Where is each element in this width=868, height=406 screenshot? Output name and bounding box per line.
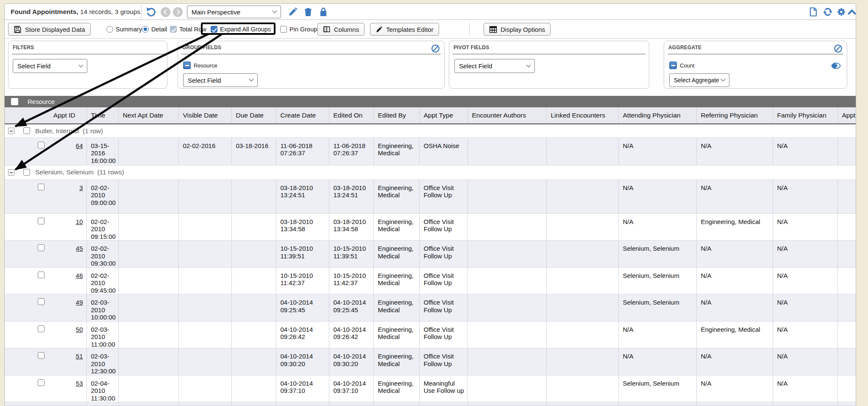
appt-id-link[interactable]: 64 — [76, 142, 83, 149]
col-header-edited-on[interactable]: Edited On — [329, 107, 373, 124]
pivot-fields-label: PIVOT FIELDS — [453, 45, 489, 50]
remove-icon[interactable] — [669, 62, 677, 69]
row-select-checkbox[interactable] — [38, 142, 45, 148]
group-expand-checkbox[interactable] — [8, 128, 14, 134]
col-header-referring-physician[interactable]: Referring Physician — [696, 107, 773, 124]
title-sub: 14 records, 3 groups — [78, 8, 140, 15]
cell-next-apt-date — [118, 179, 178, 213]
row-select-checkbox[interactable] — [38, 298, 45, 305]
row-checkbox-cell — [5, 179, 46, 213]
group-field-chip-resource[interactable]: Resource — [183, 62, 217, 69]
cell-create-date: 11-06-2018 07:26:37 — [276, 137, 329, 165]
perspective-select[interactable]: Main Perspective — [187, 6, 281, 18]
col-header-edited-by[interactable]: Edited By — [373, 107, 419, 124]
group-expand-checkbox[interactable] — [8, 169, 14, 176]
cell-edited-on: 10-15-2010 11:39:51 — [329, 241, 373, 268]
clear-aggregate-icon[interactable] — [834, 44, 843, 53]
cell-visible-date — [178, 267, 231, 294]
display-options-label: Display Options — [501, 26, 545, 33]
row-select-checkbox[interactable] — [38, 352, 45, 359]
detail-radio[interactable]: Detail — [142, 20, 167, 39]
filters-select-field[interactable]: Select Field — [13, 59, 87, 73]
new-file-icon[interactable] — [808, 7, 818, 17]
clear-groups-icon[interactable] — [431, 44, 440, 53]
divider — [453, 54, 645, 54]
refresh-icon[interactable] — [823, 7, 833, 17]
gear-icon[interactable] — [836, 7, 846, 17]
col-header-appt-reason[interactable]: Appt Re — [837, 107, 856, 124]
cell-create-date: 04-10-2014 09:25:45 — [276, 294, 329, 322]
appt-id-link[interactable]: 50 — [76, 326, 83, 333]
col-header-appt-type[interactable]: Appt Type — [419, 107, 467, 124]
aggregate-chip-count[interactable]: Count — [669, 62, 695, 69]
trash-icon[interactable] — [303, 7, 313, 17]
col-header-attending-physician[interactable]: Attending Physician — [618, 107, 696, 124]
aggregate-select[interactable]: Select Aggregate — [669, 73, 729, 87]
select-all-checkbox[interactable] — [11, 98, 18, 105]
appointment-row: 4502-02-2010 09:30:0010-15-2010 11:39:51… — [5, 241, 856, 268]
col-header-family-physician[interactable]: Family Physician — [773, 107, 837, 124]
group-select-checkbox[interactable] — [23, 127, 30, 134]
templates-editor-button[interactable]: Templates Editor — [370, 23, 439, 36]
store-displayed-data-button[interactable]: Store Displayed Data — [8, 23, 91, 36]
cell-encounter-authors — [467, 348, 546, 375]
appointment-row: 4602-02-2010 09:45:0010-15-2010 11:42:37… — [5, 267, 856, 294]
columns-button[interactable]: Columns — [317, 23, 364, 36]
col-header-visible-date[interactable]: Visible Date — [178, 107, 231, 124]
cell-time: 02-02-2010 09:00:00 — [86, 179, 118, 213]
group-select-checkbox[interactable] — [23, 169, 30, 176]
col-header-create-date[interactable]: Create Date — [276, 107, 329, 124]
row-select-checkbox[interactable] — [38, 184, 45, 190]
col-header-next-apt-date[interactable]: Next Apt Date — [118, 107, 178, 124]
edit-icon[interactable] — [288, 7, 298, 17]
cell-edited-on: 04-10-2014 09:25:45 — [329, 294, 373, 322]
lock-icon[interactable] — [318, 7, 328, 17]
group-fields-select[interactable]: Select Field — [183, 73, 258, 87]
appointment-row: 4902-03-2010 10:00:0004-10-2014 09:25:45… — [5, 294, 856, 322]
col-header-due-date[interactable]: Due Date — [231, 107, 276, 124]
appt-id-link[interactable]: 49 — [76, 299, 83, 306]
remove-icon[interactable] — [183, 62, 191, 69]
row-select-checkbox[interactable] — [38, 272, 45, 278]
appt-id-link[interactable]: 10 — [76, 218, 83, 225]
col-header-time[interactable]: Time — [86, 107, 118, 124]
display-options-button[interactable]: Display Options — [484, 23, 551, 36]
aggregate-panel: AGGREGATE Count Select Aggregate — [664, 41, 847, 89]
cell-family-physician: N/A — [773, 213, 837, 241]
eye-icon[interactable] — [831, 62, 841, 69]
cell-appt-id: 46 — [46, 267, 86, 294]
appointment-row: 5102-03-2010 12:30:0004-10-2014 09:30:20… — [5, 348, 856, 375]
appt-id-link[interactable]: 45 — [76, 245, 83, 252]
cell-edited-by: Engineering, Medical — [373, 241, 419, 268]
appt-id-link[interactable]: 46 — [76, 272, 83, 279]
chevron-down-icon — [78, 62, 83, 67]
cell-edited-by: Engineering, Medical — [373, 267, 419, 294]
chevron-down-icon — [272, 8, 277, 13]
pivot-select-value: Select Field — [459, 62, 492, 70]
group-row: Butler, Internist (1 row) — [5, 124, 856, 137]
pivot-select-field[interactable]: Select Field — [454, 59, 535, 73]
appt-id-link[interactable]: 3 — [79, 184, 83, 191]
cell-appt-type: Office Visit Follow Up — [419, 348, 467, 375]
appointment-row: 6403-15-2016 16:00:0002-02-201603-18-201… — [5, 137, 856, 165]
col-header-linked-encounters[interactable]: Linked Encounters — [546, 107, 618, 124]
cell-family-physician: N/A — [773, 137, 837, 165]
forward-icon[interactable] — [173, 7, 183, 17]
summary-radio[interactable]: Summary — [106, 20, 142, 39]
row-select-checkbox[interactable] — [38, 218, 45, 224]
row-select-checkbox[interactable] — [38, 379, 45, 386]
collapse-icon[interactable] — [847, 7, 856, 17]
col-header-appt-id[interactable]: Appt ID — [46, 107, 86, 124]
undo-icon[interactable] — [146, 7, 156, 17]
cell-attending-physician: Selenium, Selenium — [618, 241, 696, 268]
row-select-checkbox[interactable] — [38, 325, 45, 332]
annotation-highlight-box — [201, 22, 275, 35]
appt-id-link[interactable]: 51 — [76, 353, 83, 360]
cell-family-physician: N/A — [773, 267, 837, 294]
appt-id-link[interactable]: 53 — [76, 380, 83, 387]
back-icon[interactable] — [161, 7, 170, 17]
row-select-checkbox[interactable] — [38, 244, 45, 251]
pin-groups-checkbox[interactable]: Pin Groups — [280, 20, 320, 39]
cell-visible-date — [178, 321, 231, 348]
col-header-encounter-authors[interactable]: Encounter Authors — [467, 107, 546, 124]
